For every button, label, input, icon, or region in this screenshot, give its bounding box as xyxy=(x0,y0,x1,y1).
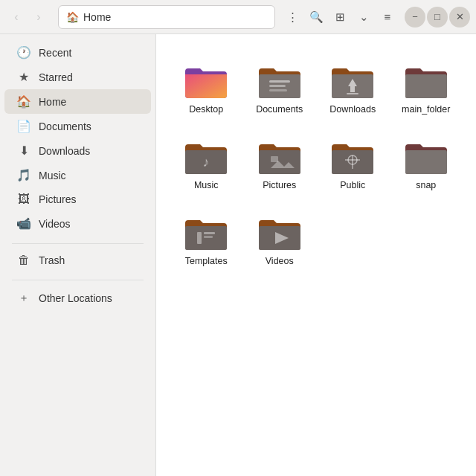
titlebar: ‹ › 🏠 Home ⋮ 🔍 ⊞ ⌄ ≡ − □ xyxy=(0,0,476,34)
sidebar-item-home[interactable]: 🏠 Home xyxy=(4,89,151,114)
location-bar[interactable]: 🏠 Home xyxy=(58,5,275,29)
home-icon: 🏠 xyxy=(66,11,79,23)
window-controls: − □ ✕ xyxy=(405,7,470,28)
forward-icon: › xyxy=(36,10,40,24)
grid-icon: ⊞ xyxy=(335,10,345,24)
trash-icon: 🗑 xyxy=(16,254,31,267)
snap-label: snap xyxy=(416,180,436,190)
folder-documents[interactable]: Documents xyxy=(245,52,315,122)
minimize-button[interactable]: − xyxy=(405,7,425,28)
sidebar-label-starred: Starred xyxy=(39,71,73,83)
forward-button[interactable]: › xyxy=(28,7,49,28)
svg-rect-6 xyxy=(347,93,358,94)
home-nav-icon: 🏠 xyxy=(16,94,31,109)
svg-rect-11 xyxy=(271,156,278,162)
svg-rect-3 xyxy=(269,89,287,91)
downloads-label: Downloads xyxy=(329,104,376,115)
desktop-label: Desktop xyxy=(189,104,223,115)
close-button[interactable]: ✕ xyxy=(449,7,470,28)
public-label: Public xyxy=(340,180,365,190)
content-area: Desktop Documents xyxy=(156,34,476,476)
view-toggle-button[interactable]: ⊞ xyxy=(329,6,351,28)
sidebar-item-music[interactable]: 🎵 Music xyxy=(4,163,151,187)
nav-buttons: ‹ › xyxy=(6,7,49,28)
sidebar-label-other-locations: Other Locations xyxy=(39,292,112,304)
view-dropdown-button[interactable]: ⌄ xyxy=(353,6,375,28)
music-label: Music xyxy=(194,180,219,190)
downloads-icon: ⬇ xyxy=(16,144,31,158)
sidebar-divider-2 xyxy=(12,280,144,280)
menu-icon: ⋮ xyxy=(287,10,298,24)
sidebar-label-music: Music xyxy=(39,170,66,181)
back-icon: ‹ xyxy=(14,10,18,24)
sidebar-item-pictures[interactable]: 🖼 Pictures xyxy=(4,187,151,211)
sidebar-trash-section: 🗑 Trash xyxy=(0,248,155,272)
templates-folder-icon xyxy=(182,213,230,251)
main-folder-icon xyxy=(402,61,450,100)
titlebar-actions: ⋮ 🔍 ⊞ ⌄ ≡ xyxy=(281,6,399,28)
folder-downloads[interactable]: Downloads xyxy=(318,52,388,122)
menu-button[interactable]: ⋮ xyxy=(281,6,303,28)
sidebar-item-other-locations[interactable]: ＋ Other Locations xyxy=(4,286,151,310)
list-icon: ≡ xyxy=(385,10,391,23)
videos-folder-icon xyxy=(256,213,303,251)
folder-music[interactable]: ♪ Music xyxy=(171,128,242,198)
sidebar-item-starred[interactable]: ★ Starred xyxy=(4,65,151,89)
videos-label: Videos xyxy=(266,256,294,266)
search-button[interactable]: 🔍 xyxy=(305,6,327,28)
sidebar-label-videos: Videos xyxy=(39,218,71,230)
pictures-icon: 🖼 xyxy=(16,193,31,206)
starred-icon: ★ xyxy=(16,70,31,84)
sidebar-other-section: ＋ Other Locations xyxy=(0,285,155,310)
sidebar-item-trash[interactable]: 🗑 Trash xyxy=(4,248,151,272)
sidebar-label-trash: Trash xyxy=(39,254,65,266)
svg-rect-7 xyxy=(405,74,447,98)
sidebar-main-section: 🕐 Recent ★ Starred 🏠 Home 📄 Documents ⬇ … xyxy=(0,40,155,236)
recent-icon: 🕐 xyxy=(16,45,31,60)
folder-snap[interactable]: snap xyxy=(391,128,462,198)
svg-rect-21 xyxy=(204,236,213,238)
location-text: Home xyxy=(83,11,111,23)
folder-grid: Desktop Documents xyxy=(171,52,461,274)
folder-videos[interactable]: Videos xyxy=(245,204,315,274)
maximize-button[interactable]: □ xyxy=(427,7,448,28)
documents-label: Documents xyxy=(256,104,303,115)
sidebar-label-recent: Recent xyxy=(39,47,71,59)
sidebar-label-documents: Documents xyxy=(39,120,91,132)
downloads-folder-icon xyxy=(329,61,376,100)
sidebar-divider xyxy=(12,243,144,244)
sidebar-label-pictures: Pictures xyxy=(39,193,77,205)
folder-templates[interactable]: Templates xyxy=(171,204,242,274)
snap-folder-icon xyxy=(402,137,450,176)
videos-icon: 📹 xyxy=(16,216,31,231)
search-icon: 🔍 xyxy=(309,10,324,24)
sidebar: 🕐 Recent ★ Starred 🏠 Home 📄 Documents ⬇ … xyxy=(0,34,156,476)
maximize-icon: □ xyxy=(434,11,440,22)
sidebar-item-recent[interactable]: 🕐 Recent xyxy=(4,40,151,65)
folder-public[interactable]: Public xyxy=(318,128,388,198)
svg-rect-19 xyxy=(197,232,202,244)
music-icon: 🎵 xyxy=(16,168,31,182)
folder-pictures[interactable]: Pictures xyxy=(245,128,315,198)
svg-rect-17 xyxy=(405,150,447,174)
main-layout: 🕐 Recent ★ Starred 🏠 Home 📄 Documents ⬇ … xyxy=(0,34,476,476)
chevron-down-icon: ⌄ xyxy=(359,10,369,24)
pictures-folder-icon xyxy=(256,137,303,176)
svg-rect-1 xyxy=(269,80,290,83)
list-view-button[interactable]: ≡ xyxy=(376,6,399,28)
sidebar-item-videos[interactable]: 📹 Videos xyxy=(4,211,151,236)
music-folder-icon: ♪ xyxy=(182,137,230,176)
sidebar-item-downloads[interactable]: ⬇ Downloads xyxy=(4,138,151,163)
back-button[interactable]: ‹ xyxy=(6,7,27,28)
main-folder-label: main_folder xyxy=(402,104,450,115)
sidebar-label-home: Home xyxy=(39,96,66,108)
svg-rect-20 xyxy=(204,232,215,234)
folder-main[interactable]: main_folder xyxy=(391,52,462,122)
folder-desktop[interactable]: Desktop xyxy=(171,52,242,122)
sidebar-item-documents[interactable]: 📄 Documents xyxy=(4,114,151,138)
minimize-icon: − xyxy=(412,11,418,22)
documents-icon: 📄 xyxy=(16,119,31,133)
desktop-folder-icon xyxy=(182,61,230,100)
public-folder-icon xyxy=(329,137,376,176)
svg-rect-2 xyxy=(269,85,286,87)
